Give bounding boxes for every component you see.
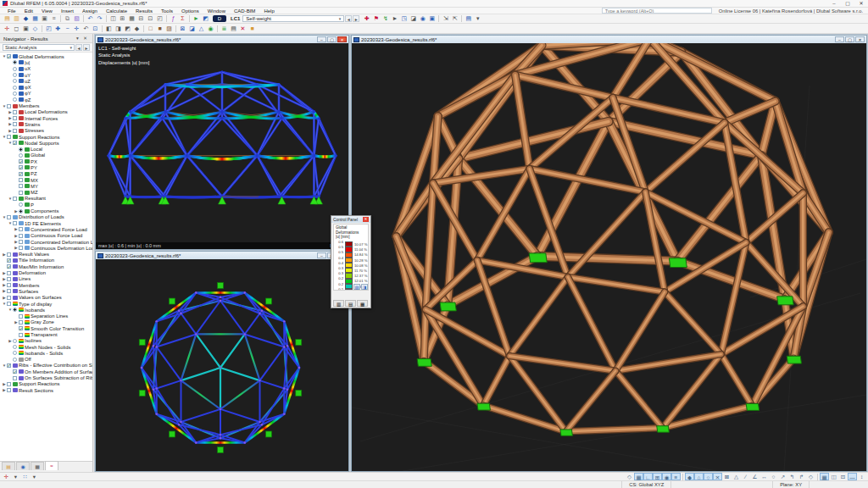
menu-window[interactable]: Window: [203, 8, 230, 14]
tree-item-deformation[interactable]: ▶Deformation: [0, 269, 92, 275]
step-icon[interactable]: ↗: [778, 473, 787, 480]
checkbox-unchecked[interactable]: [19, 227, 23, 231]
load-case-combo[interactable]: Self-weight ▾: [242, 15, 344, 23]
tree-item-global-deformations[interactable]: ▼Global Deformations: [0, 53, 92, 59]
print-graphic-icon[interactable]: ▣: [40, 14, 49, 23]
tree-item-ux[interactable]: uX: [0, 66, 92, 72]
tree-item-y[interactable]: φY: [0, 91, 92, 97]
tree-item-off[interactable]: Off: [0, 357, 92, 363]
tree-item-max-min-information[interactable]: Max/Min Information: [0, 263, 92, 269]
viewport-minimize-button[interactable]: –: [317, 36, 326, 43]
tab-display[interactable]: ◉: [16, 462, 30, 470]
checkbox-unchecked[interactable]: [13, 122, 17, 126]
checkbox-checked[interactable]: [7, 264, 11, 269]
full-view-icon[interactable]: ⊡: [91, 25, 100, 33]
save-model-icon[interactable]: ▦: [31, 14, 40, 23]
display-options-icon[interactable]: ◰: [155, 14, 164, 23]
edit-mode-icon[interactable]: ✛: [3, 25, 12, 33]
zoom-out-icon[interactable]: −: [63, 25, 72, 33]
section-views-icon[interactable]: ◪: [409, 14, 418, 23]
edit-parameters-icon[interactable]: ƒ: [169, 14, 178, 23]
analysis-next-button[interactable]: ►: [83, 44, 90, 52]
panel-options-button[interactable]: ◨: [361, 284, 368, 290]
tree-item-py[interactable]: PY: [0, 164, 92, 170]
checkbox-unchecked[interactable]: [19, 246, 23, 250]
tree-item-surfaces[interactable]: ▶Surfaces: [0, 288, 92, 294]
viewport-close-button[interactable]: ✕: [337, 36, 347, 43]
send-model-icon[interactable]: ⇱: [450, 14, 459, 23]
sync-views-icon[interactable]: ⊡: [838, 473, 848, 480]
menu-cad-bim[interactable]: CAD-BIM: [230, 8, 259, 14]
radio-unchecked[interactable]: [13, 73, 17, 77]
checkbox-unchecked[interactable]: [13, 129, 17, 133]
checkbox-unchecked[interactable]: [7, 135, 11, 139]
checkbox-unchecked[interactable]: [7, 277, 11, 281]
tree-item-px[interactable]: PX: [0, 158, 92, 164]
snap-perp-icon[interactable]: ⊠: [722, 473, 732, 480]
checkbox-checked[interactable]: [7, 54, 11, 58]
panel-tab-factors[interactable]: ▤: [345, 300, 356, 307]
tree-item-u[interactable]: |u|: [0, 59, 92, 65]
global-settings-icon[interactable]: Σ: [178, 14, 187, 23]
render-transparent-icon[interactable]: ▨: [164, 25, 174, 33]
viewport-front-canvas[interactable]: LC1 - Self-weight Static Analysis Displa…: [96, 43, 348, 242]
navigator-toggle-icon[interactable]: ◫: [108, 14, 118, 23]
viewport-minimize-button[interactable]: –: [835, 36, 844, 43]
tree-item-continuous-deformation-load[interactable]: ▶Continuous Deformation Load: [0, 245, 92, 251]
view-front-icon[interactable]: ◧: [104, 25, 114, 33]
radio-checked[interactable]: [13, 308, 17, 312]
tree-item-gray-zone[interactable]: ▶Gray Zone: [0, 319, 92, 325]
dms-icon[interactable]: ○: [769, 473, 778, 480]
viewport-minimize-button[interactable]: –: [317, 252, 326, 259]
cartesian-icon[interactable]: ⊞: [653, 473, 662, 480]
tables-toggle-icon[interactable]: ⊞: [118, 14, 127, 23]
results-display-toggle[interactable]: D: [213, 15, 226, 22]
collapse-icon[interactable]: —: [848, 473, 857, 480]
block-library-icon[interactable]: ▧: [72, 14, 81, 23]
object-snap-icon[interactable]: ◆: [685, 473, 694, 480]
checkbox-checked[interactable]: [7, 258, 11, 263]
menu-view[interactable]: View: [37, 8, 57, 14]
report-dropdown-icon[interactable]: ▾: [473, 14, 482, 23]
menu-assign[interactable]: Assign: [78, 8, 102, 14]
polar-icon[interactable]: ◉: [662, 473, 671, 480]
view-top-icon[interactable]: ◩: [123, 25, 132, 33]
lock-icon[interactable]: ◇: [806, 473, 815, 480]
checkbox-checked[interactable]: [19, 159, 23, 164]
viewport-3d-titlebar[interactable]: 20230323-Geodesica_results.rf6* – ▢ ✕: [352, 36, 866, 43]
redo-icon[interactable]: ↷: [95, 14, 104, 23]
checkbox-unchecked[interactable]: [7, 388, 11, 392]
tree-item-distribution-of-loads[interactable]: ▼Distribution of Loads: [0, 214, 92, 220]
deformation-display-icon[interactable]: ↯: [381, 14, 390, 23]
load-case-prev-button[interactable]: ◄: [345, 15, 352, 23]
viewport-3d-canvas[interactable]: [352, 43, 866, 471]
tree-item-support-reactions[interactable]: ▶Support Reactions: [0, 381, 92, 387]
tab-data[interactable]: ▤: [2, 462, 15, 470]
section-plane-icon[interactable]: ◪: [187, 25, 197, 33]
show-results-icon[interactable]: ✚: [362, 14, 371, 23]
guide-snap-icon[interactable]: ↱: [797, 473, 806, 480]
tree-item-uz[interactable]: uZ: [0, 78, 92, 84]
tree-item-result-sections[interactable]: ▶Result Sections: [0, 387, 92, 393]
tree-item-internal-forces[interactable]: ▶Internal Forces: [0, 115, 92, 121]
tree-item-smooth-color-transition[interactable]: Smooth Color Transition: [0, 325, 92, 331]
checkbox-unchecked[interactable]: [19, 191, 23, 195]
tree-item-continuous-force-load[interactable]: ▶Continuous Force Load: [0, 233, 92, 239]
tree-item-global[interactable]: Global: [0, 152, 92, 158]
panel-toggle-icon[interactable]: ⊟: [136, 14, 146, 23]
undo-icon[interactable]: ↶: [86, 14, 95, 23]
control-panel[interactable]: Control Panel ✕ Global Deformations |u| …: [331, 215, 371, 308]
clipping-box-icon[interactable]: ⊠: [178, 25, 187, 33]
split-view-icon[interactable]: ◫: [829, 473, 838, 480]
background-layers-icon[interactable]: ▤: [229, 25, 238, 33]
close-icon[interactable]: ✕: [363, 217, 369, 222]
checkbox-unchecked[interactable]: [7, 302, 11, 306]
animation-icon[interactable]: ►: [390, 14, 399, 23]
visibility-icon[interactable]: ◉: [418, 14, 427, 23]
visibility-modes-icon[interactable]: △: [197, 25, 206, 33]
checkbox-unchecked[interactable]: [19, 184, 23, 188]
tree-item-values-on-surfaces[interactable]: ▶Values on Surfaces: [0, 295, 92, 301]
tab-results[interactable]: ≈: [45, 461, 58, 470]
tree-item-isobands-solids[interactable]: Isobands - Solids: [0, 350, 92, 356]
tree-item-members[interactable]: ▶Members: [0, 282, 92, 288]
